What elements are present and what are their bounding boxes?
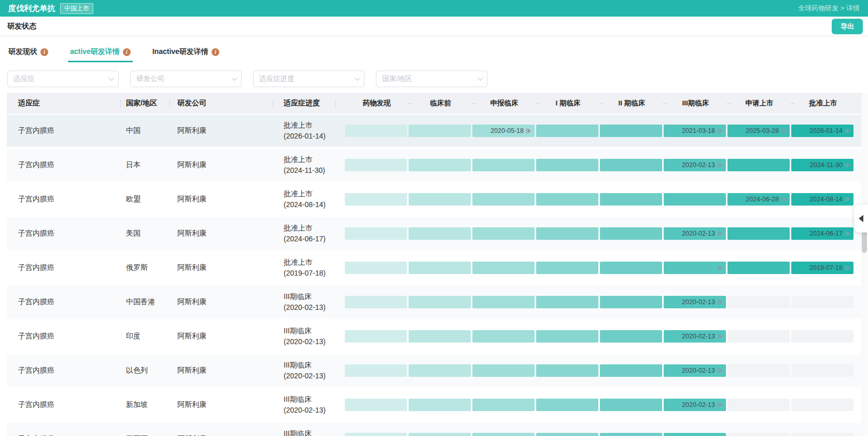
drug-title: 度伐利尤单抗 <box>8 4 55 13</box>
phase-segment-7 <box>791 399 853 411</box>
indication-cell: 子宫内膜癌 <box>7 297 121 307</box>
step-forward-icon[interactable] <box>845 197 850 202</box>
tab-Inactive研发详情[interactable]: Inactive研发详情i <box>151 42 220 62</box>
step-forward-icon[interactable] <box>526 128 531 133</box>
phase-segment-4 <box>600 296 662 308</box>
tab-active研发详情[interactable]: active研发详情i <box>69 42 132 62</box>
progress-date: (2024-11-30) <box>284 165 336 176</box>
step-forward-icon[interactable] <box>718 162 722 168</box>
phase-segment-4 <box>600 159 662 171</box>
segment-date: 2021-03-18 <box>682 127 715 134</box>
info-icon[interactable]: i <box>212 48 219 56</box>
export-button[interactable]: 导出 <box>832 19 863 34</box>
phase-segment-0 <box>345 159 407 171</box>
tab-bar: 研发现状iactive研发详情iInactive研发详情i <box>0 42 868 62</box>
collapse-panel-handle[interactable] <box>854 205 868 233</box>
phase-segment-4 <box>600 193 662 206</box>
segment-date: 2020-02-13 <box>682 401 715 408</box>
phase-bars: 2020-02-13 <box>336 423 863 436</box>
segment-date: 2020-05-18 <box>491 127 524 134</box>
progress-date: (2026-01-14) <box>284 131 336 142</box>
company-cell: 阿斯利康 <box>170 160 273 170</box>
step-forward-icon[interactable] <box>718 265 722 270</box>
chevron-down-icon <box>354 75 360 80</box>
tab-label: Inactive研发详情 <box>152 47 208 57</box>
phase-segment-2 <box>472 330 535 343</box>
phase-segment-3 <box>536 125 598 137</box>
progress-date: (2024-08-14) <box>284 199 336 210</box>
region-cell: 印度 <box>121 332 170 341</box>
step-forward-icon[interactable] <box>781 128 786 133</box>
region-cell: 俄罗斯 <box>121 263 170 272</box>
region-cell: 中国香港 <box>121 297 170 307</box>
step-forward-icon[interactable] <box>718 231 722 236</box>
filter-select-国家/地区[interactable]: 国家/地区 <box>376 71 487 87</box>
vertical-scrollbar-track[interactable] <box>861 93 867 436</box>
phase-segment-7 <box>791 433 853 436</box>
breadcrumb[interactable]: 全球药物研发 > 详情 <box>798 4 860 13</box>
step-forward-icon[interactable] <box>718 402 722 407</box>
table-row: 子宫内膜癌中国阿斯利康批准上市(2026-01-14)2020-05-18202… <box>7 114 863 148</box>
phase-segment-5 <box>664 262 726 274</box>
step-forward-icon[interactable] <box>845 162 850 168</box>
segment-date: 2024-06-28 <box>746 196 779 203</box>
table-row: 子宫内膜癌印度阿斯利康III期临床(2020-02-13)2020-02-13 <box>7 319 863 353</box>
phase-segment-7: 2026-01-14 <box>791 125 853 137</box>
phase-segment-0 <box>345 296 407 308</box>
chevron-down-icon <box>477 75 483 80</box>
phase-segment-7 <box>791 296 853 308</box>
phase-segment-6 <box>727 227 790 240</box>
phase-bars: 2020-02-13 <box>336 355 863 387</box>
region-cell: 美国 <box>121 229 170 238</box>
progress-cell: 批准上市(2024-08-14) <box>273 188 336 210</box>
table-row: 子宫内膜癌墨西哥阿斯利康III期临床(2020-02-13)2020-02-13 <box>7 422 863 436</box>
indication-cell: 子宫内膜癌 <box>7 366 121 375</box>
tab-研发现状[interactable]: 研发现状i <box>7 42 49 62</box>
drug-detail-page: 度伐利尤单抗 中国上市 全球药物研发 > 详情 研发状态 导出 研发现状iact… <box>0 0 868 436</box>
segment-date: 2024-11-30 <box>810 161 843 169</box>
table-row: 子宫内膜癌新加坡阿斯利康III期临床(2020-02-13)2020-02-13 <box>7 388 863 422</box>
step-forward-icon[interactable] <box>781 197 786 202</box>
phase-segment-0 <box>345 262 407 274</box>
step-forward-icon[interactable] <box>718 368 722 373</box>
step-forward-icon[interactable] <box>845 128 850 133</box>
info-icon[interactable]: i <box>123 48 131 56</box>
segment-date: 2025-03-28 <box>746 127 779 134</box>
filter-select-研发公司[interactable]: 研发公司 <box>130 71 242 87</box>
filter-select-适应症[interactable]: 适应症 <box>7 71 119 87</box>
table-row: 子宫内膜癌美国阿斯利康批准上市(2024-06-17)2020-02-13202… <box>7 216 863 251</box>
phase-segment-3 <box>536 227 598 240</box>
step-forward-icon[interactable] <box>845 231 850 236</box>
segment-date: 2024-06-17 <box>809 230 843 237</box>
phase-segment-0 <box>345 433 407 436</box>
info-icon[interactable]: i <box>40 48 48 56</box>
development-timeline-table: 适应症国家/地区研发公司适应症进度药物发现→临床前→申报临床→I 期临床→II … <box>7 93 863 436</box>
phase-segment-2: 2020-05-18 <box>472 125 535 137</box>
phase-segment-5: 2020-02-13 <box>664 159 726 171</box>
step-forward-icon[interactable] <box>718 299 722 305</box>
filter-select-适应症进度[interactable]: 适应症进度 <box>253 71 365 87</box>
step-forward-icon[interactable] <box>718 334 722 339</box>
phase-segment-5 <box>664 193 726 206</box>
progress-status: III期临床 <box>284 325 336 336</box>
progress-cell: III期临床(2020-02-13) <box>273 428 336 436</box>
chevron-left-icon <box>859 215 863 222</box>
phase-segment-3 <box>536 159 598 171</box>
phase-segment-3 <box>536 193 598 206</box>
phase-segment-6: 2024-06-28 <box>727 193 790 206</box>
step-forward-icon[interactable] <box>845 265 850 270</box>
phase-segment-5: 2020-02-13 <box>664 227 726 240</box>
phase-segment-1 <box>409 330 471 343</box>
phase-header-3: I 期临床→ <box>536 99 600 108</box>
indication-cell: 子宫内膜癌 <box>7 332 121 341</box>
phase-bars: 2019-07-18 <box>336 252 863 284</box>
phase-segment-2 <box>472 433 535 436</box>
indication-cell: 子宫内膜癌 <box>7 400 121 410</box>
step-forward-icon[interactable] <box>718 128 722 133</box>
phase-bars: 2020-02-13 <box>336 320 863 352</box>
page-title: 研发状态 <box>7 22 36 31</box>
phase-segment-1 <box>409 364 471 377</box>
filter-bar: 适应症研发公司适应症进度国家/地区 <box>0 71 868 87</box>
phase-header-2: 申报临床→ <box>472 99 536 108</box>
phase-segment-3 <box>536 433 598 436</box>
